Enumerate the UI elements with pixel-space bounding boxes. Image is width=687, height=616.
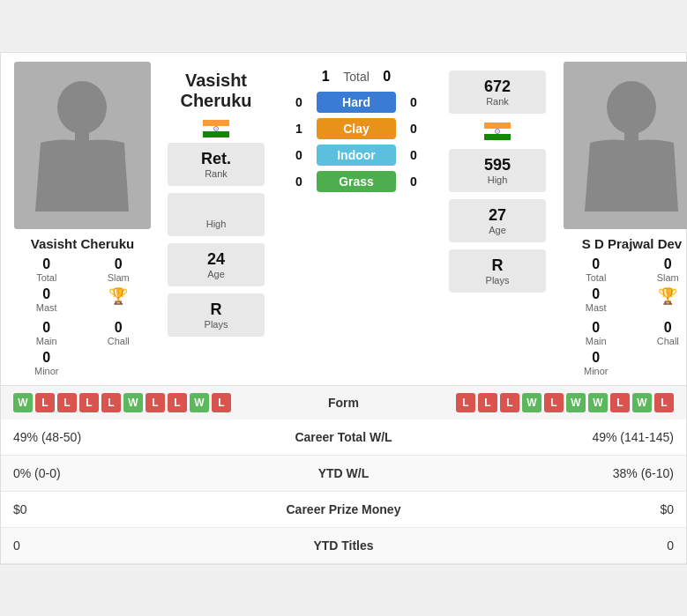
left-slam-val: 0 (115, 256, 123, 272)
left-total-item: 0 Total (14, 256, 79, 283)
form-badge-left: L (35, 393, 55, 412)
left-trophy: 🏆 (86, 286, 152, 313)
center-col: 1 Total 0 0 Hard 0 1 Clay 0 0 Indoor 0 (268, 62, 444, 376)
right-rank-val: 672 (465, 78, 530, 96)
right-minor-label: Minor (584, 366, 609, 376)
right-minor-val: 0 (592, 350, 600, 366)
total-row: 1 Total 0 (317, 69, 396, 85)
right-main-item: 0 Main (564, 320, 629, 346)
right-india-flag (484, 122, 511, 140)
form-badge-left: L (212, 393, 231, 412)
svg-point-1 (57, 81, 107, 134)
form-badge-right: W (522, 393, 541, 412)
stat-right-0: 49% (141-145) (446, 419, 686, 456)
right-high-label: High (465, 174, 530, 185)
right-rank-box: 672 Rank (449, 71, 546, 114)
form-badge-right: L (478, 393, 497, 412)
svg-point-7 (216, 128, 217, 129)
right-chall-item: 0 Chall (636, 320, 688, 346)
left-mast-val: 0 (42, 286, 50, 302)
left-minor-label: Minor (34, 366, 59, 376)
left-main-item: 0 Main (14, 320, 79, 346)
right-age-val: 27 (465, 206, 530, 225)
form-badge-left: L (57, 393, 77, 412)
form-badge-left: W (190, 393, 209, 412)
stats-row: 0 YTD Titles 0 (1, 527, 686, 563)
stat-left-3: 0 (1, 527, 241, 563)
right-slam-val: 0 (664, 256, 672, 272)
left-age-box: 24 Age (168, 243, 265, 286)
right-total-label: Total (586, 272, 606, 283)
right-high-box: 595 High (449, 149, 546, 192)
right-main-label: Main (586, 336, 607, 346)
trophy-icon-right: 🏆 (658, 286, 677, 306)
right-player-card: S D Prajwal Dev 0 Total 0 Slam 0 Mast 🏆 (550, 62, 687, 376)
svg-point-12 (497, 130, 498, 131)
form-badge-right: L (654, 393, 674, 412)
left-info-col: Vasisht Cheruku Ret. Rank High (164, 62, 268, 376)
stat-label-1: YTD W/L (241, 455, 446, 491)
right-rank-label: Rank (465, 96, 530, 107)
right-mast-item: 0 Mast (564, 286, 629, 313)
right-mast-label: Mast (586, 302, 607, 313)
left-age-label: Age (183, 269, 249, 279)
right-info-col: 672 Rank 595 High 27 Age (444, 62, 550, 376)
stat-label-0: Career Total W/L (241, 419, 446, 456)
svg-rect-5 (203, 131, 229, 137)
form-badge-left: L (168, 393, 187, 412)
hard-right: 0 (405, 95, 422, 109)
left-plays-box: R Plays (168, 293, 265, 337)
trophy-icon-left: 🏆 (108, 286, 128, 306)
left-player-card: Vasisht Cheruku 0 Total 0 Slam 0 Mast 🏆 (1, 62, 164, 376)
indoor-left: 0 (290, 148, 308, 162)
left-total-val: 0 (42, 256, 50, 272)
right-plays-label: Plays (465, 275, 530, 286)
svg-rect-10 (484, 134, 511, 140)
form-badge-right: L (456, 393, 475, 412)
grass-left: 0 (290, 174, 308, 189)
hard-badge: Hard (317, 92, 396, 113)
left-total-label: Total (36, 272, 56, 283)
right-form-badges: LLLWLWWLWL (423, 393, 675, 412)
form-badge-right: L (544, 393, 564, 412)
left-chall-item: 0 Chall (86, 320, 152, 346)
left-slam-item: 0 Slam (86, 256, 152, 283)
grass-row: 0 Grass 0 (290, 171, 422, 192)
right-chall-val: 0 (664, 320, 672, 336)
left-minor-val: 0 (42, 350, 50, 366)
left-main-label: Main (36, 336, 57, 346)
right-plays-box: R Plays (449, 249, 546, 293)
stat-label-2: Career Prize Money (241, 491, 446, 527)
right-trophy: 🏆 (636, 286, 688, 313)
stat-label-3: YTD Titles (241, 527, 446, 563)
total-right-num: 0 (378, 69, 396, 85)
right-minor-item: 0 Minor (564, 350, 629, 376)
right-player-stats: 0 Total 0 Slam 0 Mast 🏆 0 Main (564, 256, 687, 376)
form-badge-right: L (500, 393, 519, 412)
right-main-val: 0 (592, 320, 600, 336)
left-player-photo (14, 62, 151, 229)
left-form-badges: WLLLLWLLWL (13, 393, 265, 412)
clay-left: 1 (290, 122, 308, 136)
svg-rect-8 (484, 122, 511, 129)
form-section: WLLLLWLLWL Form LLLWLWWLWL (1, 385, 686, 419)
form-label: Form (265, 396, 423, 410)
left-slam-label: Slam (108, 272, 130, 283)
left-mast-item: 0 Mast (14, 286, 79, 313)
right-slam-label: Slam (657, 272, 679, 283)
indoor-badge: Indoor (317, 145, 396, 166)
right-high-val: 595 (465, 156, 530, 174)
stat-left-0: 49% (48-50) (1, 419, 241, 456)
left-main-val: 0 (42, 320, 50, 336)
left-rank-val: Ret. (183, 150, 249, 168)
form-badge-left: W (13, 393, 33, 412)
form-badge-right: W (566, 393, 586, 412)
clay-badge: Clay (317, 118, 396, 139)
form-badge-left: L (79, 393, 99, 412)
left-plays-label: Plays (183, 319, 249, 330)
stat-left-2: $0 (1, 491, 241, 527)
form-badge-left: L (101, 393, 121, 412)
indoor-row: 0 Indoor 0 (290, 145, 422, 166)
form-badge-right: W (588, 393, 608, 412)
form-badge-left: W (123, 393, 143, 412)
